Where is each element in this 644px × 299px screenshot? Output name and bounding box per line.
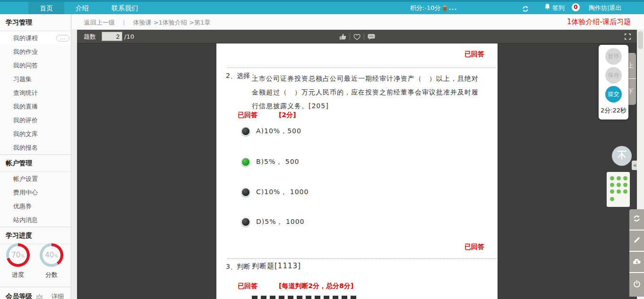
answer-option-d[interactable]: D)5%， 1000 <box>241 217 305 227</box>
comment-icon[interactable] <box>367 33 376 41</box>
sidebar-item-my-live[interactable]: 我的直播 <box>0 100 71 113</box>
pencil-tool-button[interactable] <box>629 231 644 252</box>
status-answered: 已回答 <box>238 282 258 290</box>
refresh-tool-button[interactable] <box>629 209 644 231</box>
radio-unselected-icon[interactable] <box>241 127 250 136</box>
sidebar-item-coupons[interactable]: 优惠券 <box>0 199 71 213</box>
sidebar-item-my-homework[interactable]: 我的作业 <box>0 45 71 59</box>
points-label: 积分:-10分 <box>410 2 441 14</box>
quiz-toolbar: 题数 /10 <box>77 30 637 43</box>
breadcrumb-bar: 返回上一级 | 体验课 >1体验介绍 >第1章 1体验介绍-课后习题 <box>72 14 644 30</box>
nav-contact[interactable]: 联系我们 <box>100 2 149 14</box>
courses-more-button[interactable]: ... <box>56 35 69 42</box>
notification-badge[interactable]: 0 <box>572 3 580 11</box>
sidebar-item-billing-center[interactable]: 费用中心 <box>0 186 71 199</box>
points-display: 积分:-10分 ... <box>410 2 457 14</box>
question-total: /10 <box>124 30 134 43</box>
radio-unselected-icon[interactable] <box>241 188 250 197</box>
save-button[interactable]: 保存 <box>605 67 622 84</box>
answer-option-c[interactable]: C)10%， 1000 <box>241 188 309 197</box>
pencil-icon <box>633 236 641 246</box>
breadcrumb-separator: | <box>123 19 125 26</box>
section-title-learning: 学习管理 <box>0 14 71 31</box>
question3-status-row: 已回答 [每道判断2分，总分8分] <box>238 282 353 290</box>
progress-ring-label: 进度 <box>6 271 30 279</box>
sidebar-item-my-library[interactable]: 我的文库 <box>0 127 71 141</box>
member-detail-link[interactable]: 详细 <box>52 292 64 299</box>
question-dot[interactable] <box>610 189 614 194</box>
question-divider <box>227 258 497 259</box>
question-dot[interactable] <box>610 183 614 187</box>
question3-text: 判断题[1113] <box>252 262 301 271</box>
progress-unit: % <box>21 254 25 258</box>
cloud-download-tool-button[interactable] <box>629 252 644 273</box>
section-title-progress: 学习进度 <box>0 227 71 244</box>
sidebar-item-query-stats[interactable]: 查询统计 <box>0 86 71 100</box>
pause-button[interactable]: 暂停 <box>605 48 622 65</box>
score-value: 40 <box>45 251 54 259</box>
heart-icon[interactable] <box>353 33 361 41</box>
page-title: 1体验介绍-课后习题 <box>567 14 631 30</box>
question-dot[interactable] <box>617 176 621 180</box>
question-dot[interactable] <box>623 189 627 194</box>
fullscreen-icon[interactable] <box>624 33 631 40</box>
progress-ring: 70% <box>6 243 30 267</box>
question-dot[interactable] <box>623 183 627 187</box>
section-title-account: 帐户管理 <box>0 154 71 172</box>
question2-text: 上市公司证券投资总额占公司最近一期经审计净资产（ ）以上，且绝对 金额超过（ ）… <box>252 72 488 113</box>
sidebar-item-exercise-set[interactable]: 习题集 <box>0 72 71 86</box>
answer-option-b[interactable]: B)5%， 500 <box>241 157 299 167</box>
checkin-label: 签到 <box>552 2 565 14</box>
right-edge-toolbar <box>629 209 644 299</box>
question-dot[interactable] <box>617 189 621 194</box>
sidebar-item-account-settings[interactable]: 帐户设置 <box>0 172 71 186</box>
scrollbar-thumb[interactable] <box>638 31 643 49</box>
nav-home[interactable]: 首页 <box>28 2 64 14</box>
question-dot[interactable] <box>610 176 614 180</box>
thumbs-up-icon[interactable] <box>339 33 347 41</box>
question-count-label: 题数 <box>84 30 96 43</box>
status-answered-bottom: 已回答 <box>464 243 484 251</box>
refresh-icon[interactable] <box>522 3 529 15</box>
member-level-row: 会员等级 详细 <box>0 287 71 299</box>
crown-icon <box>36 292 43 299</box>
question2-status-row: 已回答 [2分] <box>238 111 296 120</box>
answer-option-a[interactable]: A)10%，500 <box>241 127 301 136</box>
question-dot[interactable] <box>610 197 614 201</box>
sidebar-item-my-qa[interactable]: 我的问答 <box>0 59 71 72</box>
sidebar-item-my-reviews[interactable]: 我的评价 <box>0 113 71 127</box>
user-logout[interactable]: 陶作坊|退出 <box>589 2 621 14</box>
sidebar: 学习管理 我的课程 ... 我的作业 我的问答 习题集 查询统计 我的直播 我的… <box>0 14 71 299</box>
power-icon <box>633 280 641 290</box>
question3-score: [每道判断2分，总分8分] <box>279 282 353 290</box>
points-more[interactable]: ... <box>449 2 457 14</box>
question-dot[interactable] <box>617 183 621 187</box>
member-level-label: 会员等级 <box>6 292 32 299</box>
question-dot[interactable] <box>623 176 627 180</box>
breadcrumb: 体验课 >1体验介绍 >第1章 <box>133 19 211 26</box>
score-ring: 40% <box>40 243 63 267</box>
app-root: 首页 介绍 联系我们 积分:-10分 ... 签到 <box>0 0 644 299</box>
score-ring-label: 分数 <box>40 271 63 279</box>
cloud-download-icon <box>633 257 641 266</box>
exam-control-panel: 暂停 保存 提交 2分:22秒 <box>599 45 628 120</box>
back-to-top-button[interactable] <box>612 146 632 166</box>
nav-intro[interactable]: 介绍 <box>64 2 100 14</box>
question2-score: [2分] <box>279 111 296 119</box>
refresh-icon <box>633 214 641 224</box>
sidebar-item-site-messages[interactable]: 站内消息 <box>0 213 71 227</box>
back-link[interactable]: 返回上一级 <box>84 19 115 26</box>
clipped-text-row <box>252 296 412 299</box>
radio-unselected-icon[interactable] <box>241 217 250 227</box>
bell-icon <box>544 2 550 14</box>
submit-button[interactable]: 提交 <box>605 86 622 103</box>
sidebar-item-my-enrollment[interactable]: 我的报名 <box>0 141 71 154</box>
question-number-input[interactable] <box>102 32 122 41</box>
status-answered-top: 已回答 <box>464 50 484 59</box>
status-answered: 已回答 <box>238 111 258 119</box>
top-bar: 首页 介绍 联系我们 积分:-10分 ... 签到 <box>0 0 644 14</box>
checkin-button[interactable]: 签到 <box>544 2 565 14</box>
radio-selected-icon[interactable] <box>241 157 250 167</box>
power-tool-button[interactable] <box>629 273 644 297</box>
sidebar-item-my-courses[interactable]: 我的课程 ... <box>0 31 71 45</box>
